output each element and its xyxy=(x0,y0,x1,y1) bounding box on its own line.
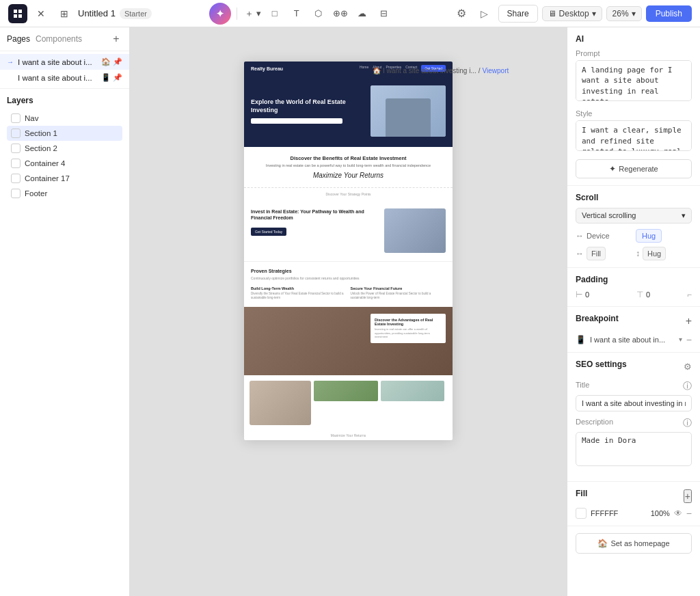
fill-dropdown[interactable]: Fill xyxy=(587,247,606,260)
building-shape xyxy=(386,98,431,137)
regenerate-label: Regenerate xyxy=(619,165,658,173)
page-item-mobile[interactable]: → I want a site about i... 📱 📌 xyxy=(0,70,129,85)
pin-icon: 📌 xyxy=(113,57,122,66)
canvas[interactable]: 🏠 I want a site about investing i... / V… xyxy=(130,27,567,596)
layer-checkbox-s1[interactable] xyxy=(11,128,21,138)
share-button[interactable]: Share xyxy=(498,5,538,23)
viewport-icon: 🖥 xyxy=(548,9,556,18)
device-label: Device xyxy=(587,232,610,240)
padding-grid: ⊢ 0 ⊤ 0 ⌐ xyxy=(576,290,692,299)
seo-desc-info[interactable]: ⓘ xyxy=(683,417,692,429)
padding-right-value[interactable]: 0 xyxy=(646,290,650,299)
invest-btn: Get Started Today xyxy=(251,228,286,236)
desktop-icon: 🏠 xyxy=(101,57,111,66)
proven-card-2-title: Secure Your Financial Future xyxy=(351,286,446,290)
scroll-hug-row: Hug xyxy=(636,229,692,243)
seo-settings-icon[interactable]: ⚙ xyxy=(684,362,692,372)
breakpoint-item: 📱 I want a site about in... ▾ − xyxy=(576,334,692,345)
padding-top-value[interactable]: 0 xyxy=(585,290,589,299)
seo-desc-label: Description xyxy=(576,418,613,426)
regenerate-button[interactable]: ✦ Regenerate xyxy=(576,159,692,178)
cloud-tool-button[interactable]: ☁ xyxy=(352,4,373,23)
seo-title-label: Title xyxy=(576,381,589,389)
seo-desc-header: Description ⓘ xyxy=(576,417,692,429)
section-final xyxy=(244,375,453,431)
fill-remove-button[interactable]: − xyxy=(686,508,692,519)
set-homepage-button[interactable]: 🏠 Set as homepage xyxy=(576,533,692,554)
layout-tool-button[interactable]: ⊟ xyxy=(374,4,394,23)
grid-icon-button[interactable]: ⊞ xyxy=(55,4,74,23)
scroll-type-button[interactable]: Vertical scrolling ▾ xyxy=(576,208,692,224)
fill-opacity-value[interactable]: 100% xyxy=(651,509,670,517)
zoom-selector[interactable]: 26% ▾ xyxy=(606,6,642,21)
layer-section2[interactable]: Section 2 xyxy=(7,141,122,156)
zoom-value: 26% xyxy=(612,9,629,18)
hug2-dropdown[interactable]: Hug xyxy=(643,247,666,260)
rectangle-tool-button[interactable]: □ xyxy=(265,4,285,23)
3d-tool-button[interactable]: ⬡ xyxy=(308,4,329,23)
layer-section1[interactable]: Section 1 xyxy=(7,126,122,141)
style-textarea[interactable] xyxy=(576,120,692,151)
layer-checkbox-c4[interactable] xyxy=(11,159,21,168)
layer-nav[interactable]: Nav xyxy=(7,111,122,126)
logo-button[interactable] xyxy=(8,4,27,23)
layer-name-s1: Section 1 xyxy=(25,129,57,137)
fill-color-swatch[interactable] xyxy=(576,508,587,519)
fill-visibility-icon[interactable]: 👁 xyxy=(674,509,682,518)
publish-button[interactable]: Publish xyxy=(646,5,692,22)
final-grid-img-1 xyxy=(314,381,378,401)
layer-container17[interactable]: Container 17 xyxy=(7,171,122,186)
hug-value[interactable]: Hug xyxy=(636,229,662,243)
page-item-desktop[interactable]: → I want a site about i... 🏠 📌 xyxy=(0,54,129,70)
home-icon: 🏠 xyxy=(597,539,608,548)
layer-checkbox-nav[interactable] xyxy=(11,113,21,123)
seo-title-info[interactable]: ⓘ xyxy=(683,380,692,392)
breakpoint-minus-button[interactable]: − xyxy=(686,334,692,345)
prompt-label: Prompt xyxy=(576,49,692,57)
layer-container4[interactable]: Container 4 xyxy=(7,156,122,171)
text-tool-button[interactable]: T xyxy=(286,4,307,23)
layer-footer[interactable]: Footer xyxy=(7,186,122,201)
ai-section: AI Prompt Style ✦ Regenerate xyxy=(567,27,700,186)
layer-name-c4: Container 4 xyxy=(25,159,65,167)
final-grid-img-2 xyxy=(381,381,445,401)
layer-checkbox-c17[interactable] xyxy=(11,174,21,183)
viewport-label-text: Desktop xyxy=(559,9,589,18)
final-image-grid xyxy=(314,381,447,425)
seo-title-field: Title ⓘ xyxy=(576,380,692,411)
fill-hex-value[interactable]: FFFFFF xyxy=(591,509,647,517)
fill-add-button[interactable]: + xyxy=(684,489,692,503)
invest-image xyxy=(384,208,446,253)
site-preview-frame: Realty Bureau Home About Properties Cont… xyxy=(244,62,453,440)
layer-checkbox-s2[interactable] xyxy=(11,144,21,153)
page-name-desktop: I want a site about i... xyxy=(18,58,97,66)
components-tab[interactable]: Components xyxy=(36,34,82,44)
section-invest: Invest in Real Estate: Your Pathway to W… xyxy=(244,200,453,262)
breakpoint-add-button[interactable]: + xyxy=(686,315,692,327)
edit-icon-button[interactable]: ✕ xyxy=(31,4,51,23)
preview-button[interactable]: ▷ xyxy=(475,4,494,23)
pages-header: Pages Components + xyxy=(0,27,129,51)
section-trust: Discover Your Strategy Points xyxy=(244,188,453,200)
seo-title-input[interactable] xyxy=(576,395,692,411)
mobile-icon: 📱 xyxy=(101,73,111,82)
hug2-icon: ↕ xyxy=(636,249,640,258)
add-tool-button[interactable]: ＋ ▾ xyxy=(243,4,263,23)
tool-group: ＋ ▾ □ T ⬡ ⊕⊕ ☁ ⊟ xyxy=(243,4,394,23)
component-tool-button[interactable]: ⊕⊕ xyxy=(330,4,351,23)
main-layout: Pages Components + → I want a site about… xyxy=(0,27,700,596)
layer-checkbox-footer[interactable] xyxy=(11,189,21,198)
seo-desc-textarea[interactable] xyxy=(576,432,692,466)
topbar-left: ✕ ⊞ Untitled 1 Starter xyxy=(8,4,152,23)
settings-button[interactable]: ⚙ xyxy=(452,4,471,23)
layer-name-s2: Section 2 xyxy=(25,144,57,152)
breakpoint-chevron[interactable]: ▾ xyxy=(679,336,682,343)
viewport-selector[interactable]: 🖥 Desktop ▾ xyxy=(542,6,602,21)
right-panel: AI Prompt Style ✦ Regenerate Scroll Vert… xyxy=(567,27,700,596)
add-page-button[interactable]: + xyxy=(110,33,122,45)
scroll-controls: ↔ Device Hug ↔ Fill ↕ Hug xyxy=(576,229,692,260)
prompt-textarea[interactable] xyxy=(576,60,692,101)
pages-tab[interactable]: Pages xyxy=(7,34,30,44)
final-bottom-text: Maximize Your Returns xyxy=(331,433,366,437)
scroll-type-text: Vertical scrolling xyxy=(582,211,636,219)
